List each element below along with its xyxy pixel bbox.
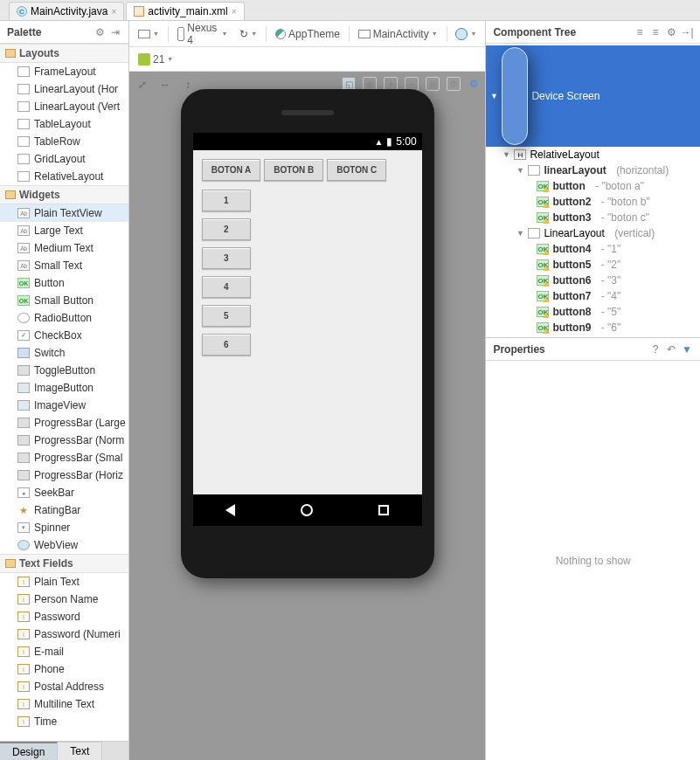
palette-item-rating[interactable]: ★RatingBar <box>0 501 128 519</box>
wrap-height-icon[interactable]: ↕ <box>180 77 196 93</box>
palette-item-webview[interactable]: WebView <box>0 536 128 554</box>
tree-device-screen[interactable]: ▼Device Screen <box>486 45 700 147</box>
expand-icon[interactable]: ≡ <box>634 26 646 38</box>
boton-a[interactable]: BOTON A <box>202 159 261 181</box>
button-2[interactable]: 2 <box>202 218 251 240</box>
filter-icon[interactable]: ▼ <box>681 343 693 356</box>
file-tab-java[interactable]: C MainActivity.java × <box>9 2 124 20</box>
palette-item-password[interactable]: IPassword <box>0 608 128 625</box>
gear-icon[interactable]: ⚙ <box>94 26 106 38</box>
viewport-icon[interactable]: ⤢ <box>135 77 150 93</box>
activity-dropdown[interactable]: MainActivity▼ <box>355 26 441 42</box>
palette-item-checkbox[interactable]: ✓CheckBox <box>0 327 128 344</box>
palette-item-smalltext[interactable]: AbSmall Text <box>0 257 128 274</box>
palette-item-smallbutton[interactable]: OKSmall Button <box>0 292 128 309</box>
palette-item-largetext[interactable]: AbLarge Text <box>0 222 128 239</box>
properties-body: Nothing to show <box>486 361 700 760</box>
tab-design[interactable]: Design <box>0 742 58 760</box>
palette-item-seekbar[interactable]: ●SeekBar <box>0 484 128 501</box>
hide-icon[interactable]: →| <box>681 26 693 38</box>
group-widgets[interactable]: Widgets <box>0 185 128 204</box>
close-icon[interactable]: × <box>232 7 237 17</box>
button-4[interactable]: 4 <box>202 276 251 298</box>
button-1[interactable]: 1 <box>202 190 251 211</box>
palette-item-progress-horiz[interactable]: ProgressBar (Horiz <box>0 466 128 484</box>
settings-icon[interactable]: ⚙ <box>468 78 480 90</box>
activity-icon <box>358 30 371 38</box>
palette-item-spinner[interactable]: ▾Spinner <box>0 519 128 536</box>
collapse-icon[interactable]: ⇥ <box>109 26 121 38</box>
refresh-icon[interactable]: ⟳ <box>447 77 461 91</box>
device-dropdown[interactable]: Nexus 4▼ <box>174 20 232 48</box>
tree-button[interactable]: OKbutton - "boton a" <box>486 178 700 194</box>
tree-linearlayout-h[interactable]: ▼linearLayout (horizontal) <box>486 162 700 178</box>
palette-item-toggle[interactable]: ToggleButton <box>0 362 128 379</box>
back-icon[interactable] <box>225 504 235 516</box>
home-icon[interactable] <box>301 504 313 516</box>
help-icon[interactable]: ? <box>649 343 662 356</box>
tree-relativelayout[interactable]: ▼HRelativeLayout <box>486 147 700 162</box>
tree-button7[interactable]: OKbutton7 - "4" <box>486 288 700 304</box>
locale-dropdown[interactable]: ▼ <box>452 26 480 42</box>
palette-item-button[interactable]: OKButton <box>0 274 128 292</box>
orientation-dropdown[interactable]: ↻▼ <box>236 26 260 42</box>
tree-button5[interactable]: OKbutton5 - "2" <box>486 257 700 273</box>
tree-button8[interactable]: OKbutton8 - "5" <box>486 304 700 320</box>
layout-icon <box>528 165 540 176</box>
button-5[interactable]: 5 <box>202 305 251 327</box>
palette-item-imageview[interactable]: ImageView <box>0 397 128 414</box>
boton-c[interactable]: BOTON C <box>327 159 386 181</box>
design-canvas[interactable]: ⤢ ↔ ↕ ◱ ⊕ + − ▤ ⟳ ⚙ ▲ ▮ 5:00 <box>129 72 485 760</box>
palette-item-radio[interactable]: RadioButton <box>0 309 128 327</box>
palette-item-linearlayout-v[interactable]: LinearLayout (Vert <box>0 98 128 115</box>
button-icon: OK <box>537 275 549 286</box>
tree-button6[interactable]: OKbutton6 - "3" <box>486 273 700 288</box>
tree-button3[interactable]: OKbutton3 - "boton c" <box>486 210 700 225</box>
gear-icon[interactable]: ⚙ <box>665 26 677 38</box>
palette-item-relativelayout[interactable]: RelativeLayout <box>0 168 128 185</box>
tree-button2[interactable]: OKbutton2 - "boton b" <box>486 194 700 210</box>
palette-item-email[interactable]: IE-mail <box>0 643 128 660</box>
group-textfields[interactable]: Text Fields <box>0 554 128 573</box>
recents-icon[interactable] <box>378 505 389 515</box>
palette-item-password-numeric[interactable]: IPassword (Numeri <box>0 625 128 643</box>
capture-icon[interactable]: ▤ <box>426 77 440 91</box>
palette-title: Palette <box>7 26 41 38</box>
palette-item-tablelayout[interactable]: TableLayout <box>0 115 128 133</box>
textview-icon: Ab <box>17 260 30 271</box>
config-dropdown[interactable]: ▼ <box>135 28 163 40</box>
tree-button9[interactable]: OKbutton9 - "6" <box>486 320 700 335</box>
palette-item-gridlayout[interactable]: GridLayout <box>0 150 128 168</box>
palette-item-time[interactable]: ITime <box>0 713 128 730</box>
tree-button4[interactable]: OKbutton4 - "1" <box>486 241 700 257</box>
file-tab-xml[interactable]: activity_main.xml × <box>126 2 244 20</box>
collapse-icon[interactable]: ≡ <box>649 26 662 38</box>
palette-item-postal[interactable]: IPostal Address <box>0 678 128 695</box>
palette-item-textview[interactable]: AbPlain TextView <box>0 204 128 222</box>
tree-linearlayout-v[interactable]: ▼LinearLayout (vertical) <box>486 225 700 241</box>
palette-item-tablerow[interactable]: TableRow <box>0 133 128 150</box>
palette-item-switch[interactable]: Switch <box>0 344 128 362</box>
palette-item-phone[interactable]: IPhone <box>0 660 128 678</box>
theme-dropdown[interactable]: AppTheme <box>272 26 343 42</box>
palette-item-mediumtext[interactable]: AbMedium Text <box>0 239 128 257</box>
palette-item-progress-small[interactable]: ProgressBar (Smal <box>0 449 128 466</box>
undo-icon[interactable]: ↶ <box>665 343 677 356</box>
tab-text[interactable]: Text <box>58 742 102 760</box>
layout-icon: H <box>514 149 526 160</box>
palette-item-plaintext[interactable]: IPlain Text <box>0 573 128 591</box>
palette-item-linearlayout-h[interactable]: LinearLayout (Hor <box>0 80 128 98</box>
api-dropdown[interactable]: 21▼ <box>135 52 177 67</box>
boton-b[interactable]: BOTON B <box>264 159 323 181</box>
palette-item-progress-large[interactable]: ProgressBar (Large <box>0 414 128 432</box>
button-3[interactable]: 3 <box>202 247 251 269</box>
palette-item-progress-normal[interactable]: ProgressBar (Norm <box>0 432 128 449</box>
palette-item-multiline[interactable]: IMultiline Text <box>0 695 128 713</box>
palette-item-personname[interactable]: IPerson Name <box>0 591 128 608</box>
wrap-width-icon[interactable]: ↔ <box>157 77 173 93</box>
close-icon[interactable]: × <box>111 7 116 17</box>
group-layouts[interactable]: Layouts <box>0 44 128 63</box>
palette-item-framelayout[interactable]: FrameLayout <box>0 63 128 80</box>
palette-item-imagebutton[interactable]: ImageButton <box>0 379 128 397</box>
button-6[interactable]: 6 <box>202 334 251 356</box>
